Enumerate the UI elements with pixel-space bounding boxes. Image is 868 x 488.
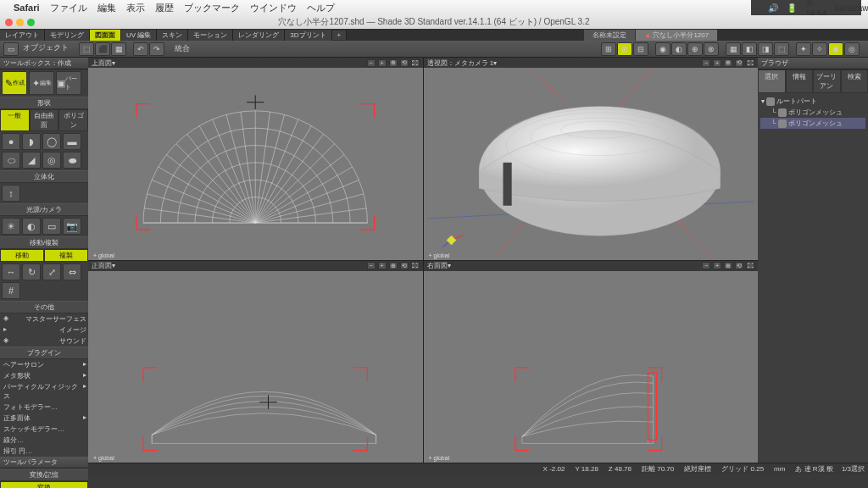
tab-modeling[interactable]: モデリング (45, 30, 90, 41)
vp-btn[interactable]: ⟲ (400, 59, 409, 67)
menu-view[interactable]: 表示 (126, 2, 145, 14)
extrude-tool[interactable]: ↕ (2, 185, 20, 202)
tree-root[interactable]: ▾ ルートパート (760, 96, 865, 107)
select-mode-button[interactable]: ▭ (3, 42, 19, 56)
cube-tool[interactable]: ▬ (63, 133, 81, 150)
object-mode-label[interactable]: オブジェクト (19, 42, 72, 56)
vp-btn[interactable]: ⊕ (724, 59, 732, 67)
sphere-tool[interactable]: ● (2, 133, 20, 150)
vp-btn[interactable]: ⛶ (411, 59, 420, 67)
doc-tab-untitled[interactable]: 名称未設定 (584, 30, 636, 41)
tool-b[interactable]: ⬛ (95, 42, 110, 56)
tab-render[interactable]: レンダリング (233, 30, 285, 41)
tab-add[interactable]: + (332, 30, 348, 40)
tab-view[interactable]: 図面面 (90, 30, 121, 41)
tab-uv[interactable]: UV 編集 (121, 30, 157, 41)
cone-tool[interactable]: ◢ (22, 152, 41, 169)
vt12[interactable]: ◎ (844, 42, 860, 56)
app-menu[interactable]: Safari (14, 3, 40, 13)
change-tab[interactable]: 変換 (0, 481, 88, 488)
browser-tab-search[interactable]: 検索 (841, 69, 869, 93)
viewport-front[interactable]: 正面図▾ −+⊕⟲⛶ + global (88, 261, 423, 463)
mirror-tool[interactable]: ⇔ (63, 263, 81, 280)
vt5[interactable]: ▦ (726, 42, 741, 56)
vp-btn[interactable]: + (378, 59, 387, 67)
arealight-tool[interactable]: ▭ (42, 218, 61, 235)
tab-motion[interactable]: モーション (188, 30, 233, 41)
plugin-sweep[interactable]: 掃引 円… (2, 446, 88, 457)
vp-btn[interactable]: ⊕ (389, 262, 398, 269)
browser-tab-info[interactable]: 情報 (786, 69, 814, 93)
battery-icon[interactable]: 🔋 (787, 3, 797, 13)
pointlight-tool[interactable]: ☀ (2, 218, 20, 235)
general-tab[interactable]: 一般 (0, 109, 30, 131)
close-button[interactable] (5, 19, 13, 26)
vp-btn[interactable]: − (702, 59, 710, 67)
copy-tab[interactable]: 複製 (44, 249, 88, 262)
plugin-meta[interactable]: メタ形状▸ (2, 370, 88, 381)
menu-edit[interactable]: 編集 (97, 2, 116, 14)
minimize-button[interactable] (16, 19, 24, 26)
part-tool[interactable]: ▣パート (56, 71, 81, 95)
master-surface[interactable]: ◈ マスターサーフェス (2, 313, 88, 324)
vt9[interactable]: ✦ (796, 42, 811, 56)
browser-tab-bool[interactable]: ブーリアン (813, 69, 841, 93)
zoom-button[interactable] (27, 19, 35, 26)
vp-btn[interactable]: ⊕ (389, 59, 398, 67)
capsule-tool[interactable]: ⬬ (63, 152, 81, 169)
layout-v[interactable]: ⊟ (633, 42, 648, 56)
vp-btn[interactable]: + (713, 262, 721, 269)
move-tab[interactable]: 移動 (0, 249, 44, 262)
tab-3dprint[interactable]: 3Dプリント (285, 30, 331, 41)
vp-btn[interactable]: − (367, 262, 376, 269)
wifi-icon[interactable]: ⋯ (751, 3, 760, 13)
torus-tool[interactable]: ◎ (42, 152, 61, 169)
user-name[interactable]: kanazawa (835, 3, 868, 13)
vt2[interactable]: ◐ (671, 42, 687, 56)
rotate-tool[interactable]: ↻ (22, 263, 41, 280)
vp-btn[interactable]: − (367, 59, 376, 67)
vp-btn[interactable]: + (378, 262, 387, 269)
layout-1[interactable]: ⊞ (601, 42, 616, 56)
plugin-particle[interactable]: パーティクルフィジックス▸ (2, 381, 88, 402)
menu-help[interactable]: ヘルプ (307, 2, 335, 14)
plugin-line[interactable]: 線分… (2, 435, 88, 446)
halfsphere-tool[interactable]: ◗ (22, 133, 41, 150)
vp-btn[interactable]: ⛶ (746, 262, 754, 269)
translate-tool[interactable]: ↔ (2, 263, 20, 280)
viewport-side[interactable]: 右面図▾ −+⊕⟲⛶ + global (424, 261, 759, 463)
vp-btn[interactable]: + (713, 59, 721, 67)
browser-tab-select[interactable]: 選択 (758, 69, 786, 93)
doc-tab-file[interactable]: ▲ 穴なし小半分1207 (636, 30, 718, 41)
vp-btn[interactable]: − (702, 262, 710, 269)
tab-layout[interactable]: レイアウト (0, 30, 45, 41)
undo-button[interactable]: ↶ (133, 42, 148, 56)
menu-window[interactable]: ウインドウ (250, 2, 297, 14)
tree-mesh-2[interactable]: └ ポリゴンメッシュ (760, 118, 865, 129)
vp-btn[interactable]: ⟲ (735, 59, 743, 67)
vp-btn[interactable]: ⛶ (746, 59, 754, 67)
tree-mesh-1[interactable]: └ ポリゴンメッシュ (760, 107, 865, 118)
tab-skin[interactable]: スキン (157, 30, 188, 41)
vt7[interactable]: ◨ (758, 42, 773, 56)
tool-c[interactable]: ▦ (111, 42, 126, 56)
vt10[interactable]: ✧ (812, 42, 827, 56)
edit-tool[interactable]: ✦編集 (29, 71, 54, 95)
polygon-tab[interactable]: ポリゴン (58, 109, 88, 131)
plugin-photo[interactable]: フォトモデラー… (2, 402, 88, 413)
numeric-tool[interactable]: # (2, 282, 20, 299)
create-tool[interactable]: ✎作成 (2, 71, 27, 95)
vt6[interactable]: ◧ (742, 42, 757, 56)
vt8[interactable]: ⬚ (774, 42, 789, 56)
unit-label[interactable]: mm (774, 465, 785, 473)
tool-a[interactable]: ⬚ (79, 42, 94, 56)
disk-tool[interactable]: ◯ (42, 133, 61, 150)
layout-4[interactable]: ⊞ (617, 42, 632, 56)
coord-mode[interactable]: 絶対座標 (684, 464, 711, 474)
image-item[interactable]: ▸ イメージ (2, 324, 88, 336)
vt4[interactable]: ⊗ (704, 42, 719, 56)
vp-btn[interactable]: ⛶ (411, 262, 420, 269)
viewport-top[interactable]: 上面図▾ −+⊕⟲⛶ + global (88, 58, 423, 260)
plugin-poly[interactable]: 正多面体▸ (2, 413, 88, 424)
redo-button[interactable]: ↷ (149, 42, 164, 56)
